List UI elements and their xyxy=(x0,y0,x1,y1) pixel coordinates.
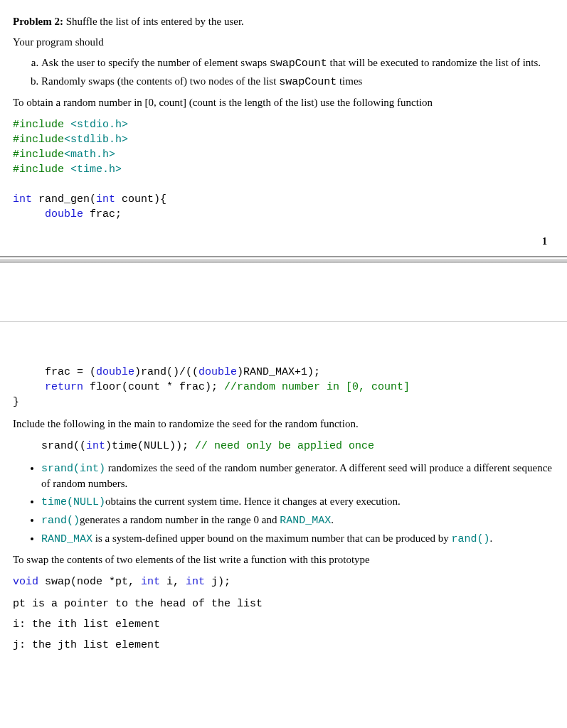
swap-i: i: the ith list element xyxy=(13,617,554,632)
problem-title-text: Shuffle the list of ints entered by the … xyxy=(63,16,244,27)
page-divider xyxy=(0,256,567,322)
intro: Your program should xyxy=(13,35,554,50)
random-intro: To obtain a random number in [0, count] … xyxy=(13,95,554,110)
note-srand: srand(int) randomizes the seed of the ra… xyxy=(41,461,554,491)
problem-label: Problem 2: xyxy=(13,16,63,27)
problem-title: Problem 2: Shuffle the list of ints ente… xyxy=(13,14,554,29)
code-block-2: frac = (double)rand()/((double)RAND_MAX+… xyxy=(13,365,554,410)
note-rand: rand()generates a random number in the r… xyxy=(41,513,554,528)
requirements-list: Ask the user to specify the number of el… xyxy=(13,55,554,90)
note-randmax: RAND_MAX is a system-defined upper bound… xyxy=(41,531,554,547)
swap-proto: void swap(node *pt, int i, int j); xyxy=(13,574,554,589)
seed-intro: Include the following in the main to ran… xyxy=(13,417,554,432)
req-a: Ask the user to specify the number of el… xyxy=(41,55,554,71)
swap-intro: To swap the contents of two elements of … xyxy=(13,552,554,567)
seed-code: srand((int)time(NULL)); // need only be … xyxy=(41,439,554,454)
code-block-1: #include <stdio.h> #include<stdlib.h> #i… xyxy=(13,117,554,222)
page-number: 1 xyxy=(13,235,547,249)
swap-pt: pt is a pointer to the head of the list xyxy=(13,596,554,611)
notes-list: srand(int) randomizes the seed of the ra… xyxy=(13,461,554,547)
note-time: time(NULL)obtains the current system tim… xyxy=(41,494,554,510)
swap-j: j: the jth list element xyxy=(13,638,554,653)
req-b: Randomly swaps (the contents of) two nod… xyxy=(41,74,554,90)
